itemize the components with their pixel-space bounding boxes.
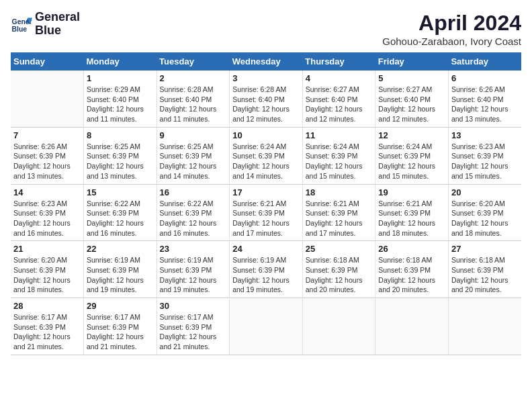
day-info: Sunrise: 6:21 AMSunset: 6:39 PMDaylight:…	[306, 199, 363, 237]
day-cell: 13 Sunrise: 6:23 AMSunset: 6:39 PMDaylig…	[448, 127, 521, 184]
svg-text:Blue: Blue	[12, 26, 28, 33]
day-info: Sunrise: 6:18 AMSunset: 6:39 PMDaylight:…	[306, 256, 363, 293]
day-cell: 19 Sunrise: 6:21 AMSunset: 6:39 PMDaylig…	[375, 184, 449, 241]
day-info: Sunrise: 6:23 AMSunset: 6:39 PMDaylight:…	[13, 199, 71, 237]
day-cell: 6 Sunrise: 6:26 AMSunset: 6:40 PMDayligh…	[448, 71, 521, 127]
day-cell: 4 Sunrise: 6:27 AMSunset: 6:40 PMDayligh…	[302, 71, 375, 127]
day-number: 1	[87, 73, 154, 83]
day-info: Sunrise: 6:24 AMSunset: 6:39 PMDaylight:…	[232, 142, 290, 180]
day-number: 13	[451, 130, 519, 140]
day-cell: 26 Sunrise: 6:18 AMSunset: 6:39 PMDaylig…	[375, 241, 449, 298]
day-cell: 10 Sunrise: 6:24 AMSunset: 6:39 PMDaylig…	[230, 127, 303, 184]
day-number: 4	[306, 73, 373, 83]
day-cell: 8 Sunrise: 6:25 AMSunset: 6:39 PMDayligh…	[84, 127, 157, 184]
day-number: 23	[160, 244, 227, 254]
col-header-tuesday: Tuesday	[157, 52, 230, 71]
day-number: 11	[306, 130, 373, 140]
day-cell	[448, 298, 521, 355]
day-number: 21	[13, 244, 81, 254]
day-info: Sunrise: 6:18 AMSunset: 6:39 PMDaylight:…	[451, 256, 508, 293]
day-info: Sunrise: 6:28 AMSunset: 6:40 PMDaylight:…	[232, 85, 290, 123]
day-cell: 17 Sunrise: 6:21 AMSunset: 6:39 PMDaylig…	[230, 184, 303, 241]
day-number: 5	[378, 73, 445, 83]
day-cell: 24 Sunrise: 6:19 AMSunset: 6:39 PMDaylig…	[230, 241, 303, 298]
day-info: Sunrise: 6:28 AMSunset: 6:40 PMDaylight:…	[160, 85, 217, 123]
header-row: SundayMondayTuesdayWednesdayThursdayFrid…	[11, 52, 521, 71]
day-info: Sunrise: 6:17 AMSunset: 6:39 PMDaylight:…	[160, 313, 217, 351]
day-info: Sunrise: 6:25 AMSunset: 6:39 PMDaylight:…	[160, 142, 217, 180]
main-title: April 2024	[382, 11, 521, 36]
subtitle: Gohouo-Zarabaon, Ivory Coast	[382, 36, 521, 47]
week-row-3: 14 Sunrise: 6:23 AMSunset: 6:39 PMDaylig…	[11, 184, 521, 241]
day-info: Sunrise: 6:24 AMSunset: 6:39 PMDaylight:…	[306, 142, 363, 180]
day-cell: 15 Sunrise: 6:22 AMSunset: 6:39 PMDaylig…	[84, 184, 157, 241]
day-number: 6	[451, 73, 519, 83]
day-cell: 9 Sunrise: 6:25 AMSunset: 6:39 PMDayligh…	[157, 127, 230, 184]
day-cell: 14 Sunrise: 6:23 AMSunset: 6:39 PMDaylig…	[11, 184, 84, 241]
day-info: Sunrise: 6:18 AMSunset: 6:39 PMDaylight:…	[378, 256, 435, 293]
day-cell	[11, 71, 84, 127]
day-number: 2	[160, 73, 227, 83]
day-number: 10	[232, 130, 300, 140]
day-cell: 16 Sunrise: 6:22 AMSunset: 6:39 PMDaylig…	[157, 184, 230, 241]
day-info: Sunrise: 6:26 AMSunset: 6:40 PMDaylight:…	[451, 85, 508, 123]
day-info: Sunrise: 6:19 AMSunset: 6:39 PMDaylight:…	[87, 256, 144, 293]
day-cell	[375, 298, 449, 355]
day-info: Sunrise: 6:22 AMSunset: 6:39 PMDaylight:…	[87, 199, 144, 237]
day-cell: 18 Sunrise: 6:21 AMSunset: 6:39 PMDaylig…	[302, 184, 375, 241]
header: General Blue General Blue April 2024 Goh…	[11, 11, 521, 47]
day-cell	[230, 298, 303, 355]
day-cell: 1 Sunrise: 6:29 AMSunset: 6:40 PMDayligh…	[84, 71, 157, 127]
day-info: Sunrise: 6:20 AMSunset: 6:39 PMDaylight:…	[13, 256, 71, 293]
day-number: 30	[160, 301, 227, 311]
day-cell: 20 Sunrise: 6:20 AMSunset: 6:39 PMDaylig…	[448, 184, 521, 241]
day-number: 19	[378, 187, 445, 197]
day-number: 25	[306, 244, 373, 254]
day-info: Sunrise: 6:19 AMSunset: 6:39 PMDaylight:…	[160, 256, 217, 293]
day-cell: 7 Sunrise: 6:26 AMSunset: 6:39 PMDayligh…	[11, 127, 84, 184]
day-cell: 27 Sunrise: 6:18 AMSunset: 6:39 PMDaylig…	[448, 241, 521, 298]
week-row-2: 7 Sunrise: 6:26 AMSunset: 6:39 PMDayligh…	[11, 127, 521, 184]
day-number: 28	[13, 301, 81, 311]
day-cell: 25 Sunrise: 6:18 AMSunset: 6:39 PMDaylig…	[302, 241, 375, 298]
day-info: Sunrise: 6:27 AMSunset: 6:40 PMDaylight:…	[306, 85, 363, 123]
day-number: 27	[451, 244, 519, 254]
logo-line2: Blue	[35, 24, 80, 38]
day-cell: 12 Sunrise: 6:24 AMSunset: 6:39 PMDaylig…	[375, 127, 449, 184]
day-number: 14	[13, 187, 81, 197]
day-cell: 30 Sunrise: 6:17 AMSunset: 6:39 PMDaylig…	[157, 298, 230, 355]
logo-line1: General	[35, 11, 80, 24]
day-cell: 21 Sunrise: 6:20 AMSunset: 6:39 PMDaylig…	[11, 241, 84, 298]
day-number: 7	[13, 130, 81, 140]
day-cell: 28 Sunrise: 6:17 AMSunset: 6:39 PMDaylig…	[11, 298, 84, 355]
calendar-header: SundayMondayTuesdayWednesdayThursdayFrid…	[11, 52, 521, 71]
col-header-saturday: Saturday	[448, 52, 521, 71]
day-info: Sunrise: 6:29 AMSunset: 6:40 PMDaylight:…	[87, 85, 144, 123]
day-number: 24	[232, 244, 300, 254]
day-info: Sunrise: 6:27 AMSunset: 6:40 PMDaylight:…	[378, 85, 435, 123]
day-info: Sunrise: 6:21 AMSunset: 6:39 PMDaylight:…	[378, 199, 435, 237]
day-number: 20	[451, 187, 519, 197]
day-number: 8	[87, 130, 154, 140]
day-cell: 2 Sunrise: 6:28 AMSunset: 6:40 PMDayligh…	[157, 71, 230, 127]
day-info: Sunrise: 6:23 AMSunset: 6:39 PMDaylight:…	[451, 142, 508, 180]
day-cell: 22 Sunrise: 6:19 AMSunset: 6:39 PMDaylig…	[84, 241, 157, 298]
day-info: Sunrise: 6:17 AMSunset: 6:39 PMDaylight:…	[87, 313, 144, 351]
day-number: 18	[306, 187, 373, 197]
day-info: Sunrise: 6:21 AMSunset: 6:39 PMDaylight:…	[232, 199, 290, 237]
day-number: 29	[87, 301, 154, 311]
col-header-wednesday: Wednesday	[230, 52, 303, 71]
day-info: Sunrise: 6:20 AMSunset: 6:39 PMDaylight:…	[451, 199, 508, 237]
week-row-5: 28 Sunrise: 6:17 AMSunset: 6:39 PMDaylig…	[11, 298, 521, 355]
day-cell: 23 Sunrise: 6:19 AMSunset: 6:39 PMDaylig…	[157, 241, 230, 298]
logo-icon: General Blue	[11, 13, 32, 35]
calendar-table: SundayMondayTuesdayWednesdayThursdayFrid…	[11, 52, 521, 355]
day-number: 16	[160, 187, 227, 197]
day-number: 17	[232, 187, 300, 197]
day-number: 22	[87, 244, 154, 254]
day-cell: 3 Sunrise: 6:28 AMSunset: 6:40 PMDayligh…	[230, 71, 303, 127]
logo-text: General Blue	[35, 11, 80, 38]
logo: General Blue General Blue	[11, 11, 80, 38]
day-info: Sunrise: 6:17 AMSunset: 6:39 PMDaylight:…	[13, 313, 71, 351]
col-header-thursday: Thursday	[302, 52, 375, 71]
